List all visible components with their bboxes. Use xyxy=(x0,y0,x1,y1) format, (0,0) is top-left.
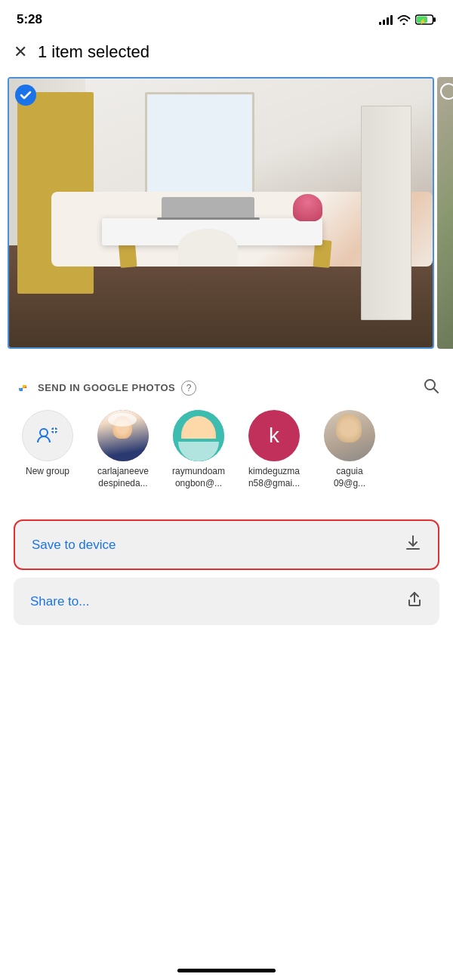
send-label: SEND IN GOOGLE PHOTOS xyxy=(38,382,175,393)
send-header-left: SEND IN GOOGLE PHOTOS ? xyxy=(14,379,196,397)
signal-icon xyxy=(379,14,393,25)
photo-strip xyxy=(0,69,453,356)
selected-photo[interactable] xyxy=(8,77,434,349)
action-buttons: Save to device Share to... xyxy=(0,504,453,637)
header: ✕ 1 item selected xyxy=(0,33,453,69)
contact-kim[interactable]: k kimdeguzman58@gmai... xyxy=(240,410,308,489)
kim-avatar: k xyxy=(248,410,300,461)
new-group-avatar xyxy=(22,410,73,461)
caguia-label: caguia09@g... xyxy=(334,466,365,489)
next-photo-indicator xyxy=(440,83,453,100)
carla-avatar xyxy=(97,410,149,461)
selected-checkmark xyxy=(15,85,36,106)
kim-label: kimdeguzman58@gmai... xyxy=(248,466,300,489)
svg-text:⚡: ⚡ xyxy=(419,17,427,25)
svg-line-5 xyxy=(434,389,439,393)
contact-raymundo[interactable]: raymundoamongbon@... xyxy=(165,410,233,489)
svg-rect-1 xyxy=(433,17,436,22)
help-button[interactable]: ? xyxy=(181,381,196,396)
home-indicator xyxy=(177,969,276,972)
battery-icon: ⚡ xyxy=(415,14,436,25)
status-time: 5:28 xyxy=(17,12,42,27)
search-button[interactable] xyxy=(423,378,439,398)
caguia-avatar xyxy=(324,410,375,461)
contacts-row: New group carlajaneevedespineda... xyxy=(14,410,439,495)
send-header: SEND IN GOOGLE PHOTOS ? xyxy=(14,378,439,398)
save-to-device-button[interactable]: Save to device xyxy=(14,519,439,570)
status-bar: 5:28 ⚡ xyxy=(0,0,453,33)
contact-new-group[interactable]: New group xyxy=(14,410,82,489)
share-to-button[interactable]: Share to... xyxy=(14,578,439,625)
wifi-icon xyxy=(397,14,411,25)
new-group-label: New group xyxy=(26,466,69,478)
close-button[interactable]: ✕ xyxy=(14,44,27,60)
share-icon xyxy=(406,591,423,612)
contact-carla[interactable]: carlajaneevedespineda... xyxy=(89,410,157,489)
save-device-label: Save to device xyxy=(32,538,116,553)
next-photo[interactable] xyxy=(437,77,453,349)
kim-initial: k xyxy=(269,424,279,448)
raymundo-avatar xyxy=(173,410,224,461)
raymundo-label: raymundoamongbon@... xyxy=(172,466,225,489)
download-icon xyxy=(405,535,421,555)
contact-caguia[interactable]: caguia09@g... xyxy=(316,410,384,489)
carla-label: carlajaneevedespineda... xyxy=(97,466,149,489)
photo-image xyxy=(9,79,433,347)
google-photos-icon xyxy=(14,379,32,397)
share-to-label: Share to... xyxy=(30,594,89,609)
page-title: 1 item selected xyxy=(38,42,149,62)
status-icons: ⚡ xyxy=(379,14,436,25)
send-section: SEND IN GOOGLE PHOTOS ? xyxy=(0,356,453,504)
svg-point-6 xyxy=(40,429,48,436)
